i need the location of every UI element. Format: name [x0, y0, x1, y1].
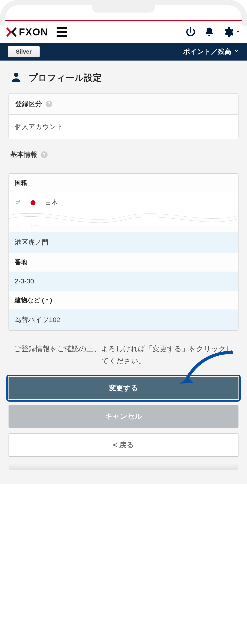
field-value-nationality: 日本: [9, 192, 238, 214]
submit-button[interactable]: 変更する: [9, 377, 238, 399]
basic-info-label: 基本情報: [10, 150, 37, 159]
points-balance-toggle[interactable]: ポイント／残高: [183, 47, 239, 56]
page-title: プロフィール設定: [29, 72, 102, 84]
field-label-building: 建物など ( * ): [9, 291, 238, 310]
app-header: FXON: [0, 21, 247, 43]
registration-type-card: 登録区分 ? 個人アカウント: [9, 93, 238, 139]
card-header: 登録区分 ?: [9, 94, 238, 114]
brand-mark-icon: [6, 27, 17, 37]
settings-dropdown[interactable]: [222, 26, 240, 38]
nationality-text: 日本: [45, 198, 58, 208]
brand-text: FXON: [19, 26, 48, 38]
lock-icon: [15, 199, 21, 207]
power-icon[interactable]: [185, 26, 196, 38]
flag-jp-icon: [26, 198, 40, 208]
header-actions: [185, 26, 240, 38]
back-button[interactable]: < 戻る: [9, 434, 238, 457]
basic-info-card: 国籍 日本 市区町村 港区虎ノ門 番地 2-3-30 建物など ( * ) 為替…: [9, 173, 238, 330]
phone-frame-top: [0, 0, 247, 20]
confirmation-text: ご登録情報をご確認の上、よろしければ「変更する」をクリックしてください。: [9, 343, 238, 367]
field-label-city: 市区町村: [9, 214, 238, 232]
field-value-street: 2-3-30: [9, 272, 238, 291]
tier-badge[interactable]: Silver: [8, 46, 40, 58]
reg-type-label: 登録区分: [15, 99, 42, 108]
button-group: 変更する キャンセル < 戻る: [9, 377, 238, 457]
bell-icon[interactable]: [204, 27, 215, 38]
help-icon[interactable]: ?: [41, 151, 48, 158]
svg-point-1: [14, 73, 19, 77]
menu-button[interactable]: [57, 27, 67, 37]
svg-point-0: [11, 32, 12, 33]
points-label: ポイント／残高: [183, 47, 231, 56]
main-content: 登録区分 ? 個人アカウント 基本情報 ? 国籍 日本: [0, 91, 247, 484]
brand-logo[interactable]: FXON: [6, 26, 48, 38]
page-title-bar: プロフィール設定: [0, 60, 247, 91]
phone-frame-bottom-shadow: [9, 464, 238, 470]
chevron-down-icon: [236, 29, 240, 35]
basic-info-heading: 基本情報 ?: [9, 139, 238, 164]
sub-header: Silver ポイント／残高: [0, 43, 247, 60]
cancel-button[interactable]: キャンセル: [9, 405, 238, 428]
field-label-street: 番地: [9, 253, 238, 272]
person-icon: [10, 71, 23, 84]
help-icon[interactable]: ?: [46, 101, 52, 108]
field-value-building: 為替ハイツ102: [9, 310, 238, 330]
reg-type-value: 個人アカウント: [9, 114, 238, 139]
field-value-city: 港区虎ノ門: [9, 232, 238, 253]
chevron-down-icon: [234, 48, 239, 55]
gear-icon: [222, 26, 234, 38]
field-label-nationality: 国籍: [9, 174, 238, 192]
svg-point-2: [16, 201, 18, 204]
